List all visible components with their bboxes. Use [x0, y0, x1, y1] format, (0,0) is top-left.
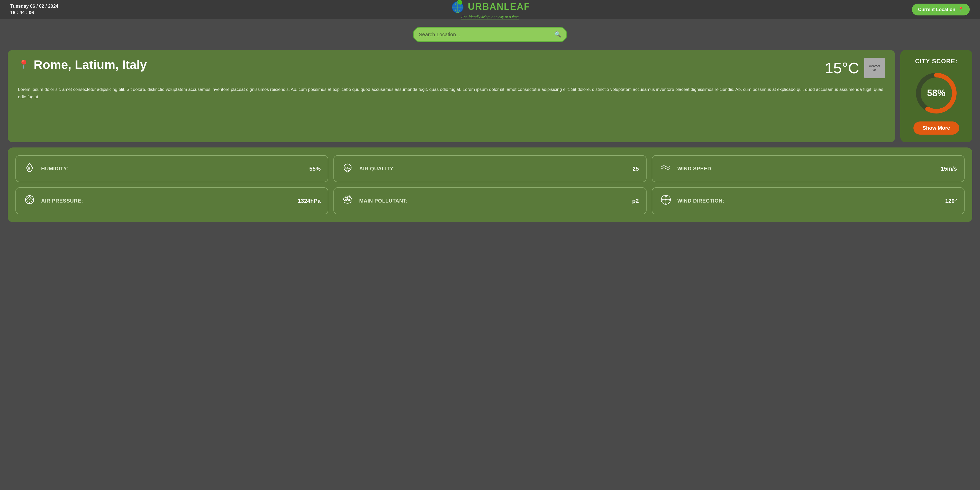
header: Tuesday 06 / 02 / 2024 16 : 44 : 06 URBA… — [0, 0, 980, 19]
air-pressure-icon — [23, 194, 36, 207]
date-text: Tuesday 06 / 02 / 2024 — [10, 3, 58, 10]
metric-item-air-quality: CO2 AIR QUALITY: 25 — [333, 155, 646, 182]
datetime-display: Tuesday 06 / 02 / 2024 16 : 44 : 06 — [10, 3, 58, 16]
metric-item-humidity: % HUMIDITY: 55% — [16, 155, 328, 182]
air-quality-icon: CO2 — [341, 162, 354, 176]
show-more-button[interactable]: Show More — [913, 121, 959, 135]
wind-direction-label: WIND DIRECTION: — [678, 198, 940, 204]
weather-temp-section: 15°C weathericon — [825, 57, 885, 78]
score-percentage: 58% — [927, 88, 945, 99]
wind-direction-icon: N S E W — [659, 194, 672, 207]
logo-suffix: LEAF — [504, 1, 530, 12]
location-weather-row: 📍 Rome, Latium, Italy 15°C weathericon L… — [8, 50, 972, 142]
metric-item-wind-direction: N S E W WIND DIRECTION: 120° — [652, 187, 964, 214]
logo-text: URBANLEAF — [468, 1, 530, 12]
logo-icon — [450, 0, 465, 14]
search-button[interactable]: 🔍 — [554, 31, 561, 38]
wind-speed-label: WIND SPEED: — [678, 166, 936, 172]
logo-subtitle: Eco-friendly living, one city at a time — [461, 15, 519, 20]
main-pollutant-icon — [341, 194, 354, 207]
wind-speed-icon — [659, 162, 672, 176]
air-quality-value: 25 — [632, 166, 639, 172]
search-input[interactable] — [419, 32, 554, 38]
main-pollutant-label: MAIN POLLUTANT: — [359, 198, 627, 204]
current-location-button[interactable]: Current Location 📍 — [912, 3, 970, 16]
logo-prefix: URBAN — [468, 1, 504, 12]
location-name-row: 📍 Rome, Latium, Italy — [18, 57, 147, 72]
location-name: Rome, Latium, Italy — [34, 57, 147, 72]
location-header: 📍 Rome, Latium, Italy 15°C weathericon — [18, 57, 885, 78]
search-icon: 🔍 — [554, 31, 561, 38]
main-pollutant-value: p2 — [632, 198, 639, 204]
search-section: 🔍 — [0, 19, 980, 47]
current-location-label: Current Location — [918, 7, 955, 12]
main-content: 📍 Rome, Latium, Italy 15°C weathericon L… — [0, 47, 980, 230]
air-pressure-value: 1324hPa — [298, 198, 321, 204]
svg-point-21 — [346, 196, 347, 197]
score-donut: 58% — [913, 70, 959, 117]
svg-line-17 — [30, 198, 32, 200]
svg-point-25 — [665, 199, 667, 201]
humidity-label: HUMIDITY: — [41, 166, 304, 172]
humidity-value: 55% — [309, 166, 321, 172]
svg-point-22 — [348, 196, 350, 196]
metric-item-main-pollutant: MAIN POLLUTANT: p2 — [333, 187, 646, 214]
air-pressure-label: AIR PRESSURE: — [41, 198, 293, 204]
air-quality-label: AIR QUALITY: — [359, 166, 627, 172]
time-text: 16 : 44 : 06 — [10, 10, 58, 16]
svg-text:CO2: CO2 — [345, 166, 351, 169]
search-bar: 🔍 — [413, 27, 567, 42]
temperature-display: 15°C — [825, 59, 859, 77]
location-pin-icon: 📍 — [958, 7, 964, 12]
svg-text:%: % — [27, 166, 30, 170]
wind-direction-value: 120° — [945, 198, 957, 204]
location-card: 📍 Rome, Latium, Italy 15°C weathericon L… — [8, 50, 895, 142]
metrics-card: % HUMIDITY: 55% CO2 AIR QUALITY: 25 WIND… — [8, 147, 972, 222]
location-description: Lorem ipsum dolor sit, amet consectetur … — [18, 86, 885, 101]
metrics-grid: % HUMIDITY: 55% CO2 AIR QUALITY: 25 WIND… — [16, 155, 964, 214]
logo: URBANLEAF Eco-friendly living, one city … — [450, 0, 530, 20]
humidity-icon: % — [23, 162, 36, 176]
wind-speed-value: 15m/s — [941, 166, 957, 172]
city-score-card: CITY SCORE: 58% Show More — [900, 50, 972, 142]
location-pin-icon: 📍 — [18, 59, 30, 70]
metric-item-wind-speed: WIND SPEED: 15m/s — [652, 155, 964, 182]
metric-item-air-pressure: AIR PRESSURE: 1324hPa — [16, 187, 328, 214]
city-score-title: CITY SCORE: — [915, 57, 958, 65]
weather-icon: weathericon — [864, 57, 885, 78]
